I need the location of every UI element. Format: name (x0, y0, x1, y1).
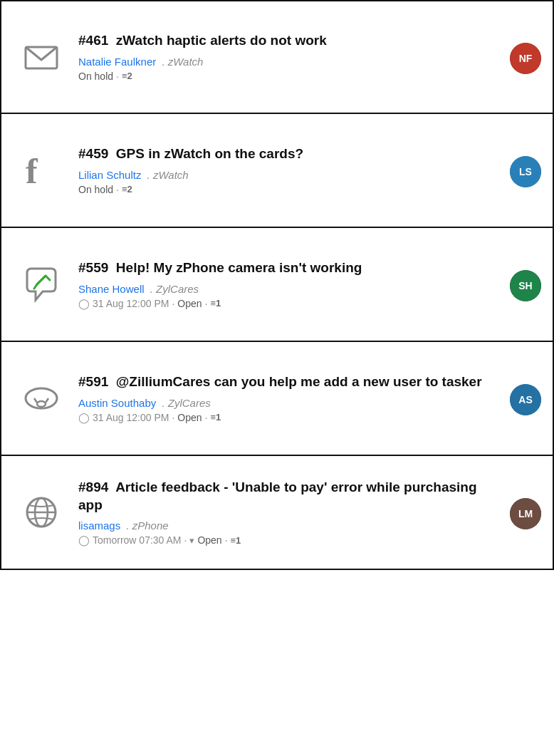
ticket-time: 31 Aug 12:00 PM (93, 412, 169, 423)
ticket-requester[interactable]: Austin Southaby (78, 397, 156, 409)
ticket-channel-icon-wrap (13, 37, 70, 77)
assignee-avatar: LM (510, 498, 541, 529)
ticket-status: Open (177, 298, 202, 309)
assignee-avatar: SH (510, 270, 541, 301)
ticket-body: #894 Article feedback - 'Unable to pay' … (70, 479, 504, 546)
ticket-number: #894 (78, 480, 108, 494)
svg-line-4 (34, 398, 37, 403)
dot-sep2: · (205, 298, 208, 309)
ticket-channel-icon-wrap (13, 492, 70, 532)
ticket-product: . zPhone (126, 519, 168, 532)
ticket-assignee-avatar-wrap: LM (504, 495, 541, 529)
ticket-meta-requester: Shane Howell . ZylCares (78, 283, 496, 295)
ticket-title: #459 GPS in zWatch on the cards? (78, 145, 496, 163)
ticket-title: #461 zWatch haptic alerts do not work (78, 32, 496, 50)
ticket-meta-status: ◯ 31 Aug 12:00 PM · Open · ≡1 (78, 412, 496, 423)
svg-line-5 (46, 398, 48, 403)
channel-icon-email (21, 37, 61, 77)
clock-icon: ◯ (78, 412, 90, 423)
ticket-requester[interactable]: Lilian Schultz (78, 169, 141, 181)
ticket-priority: ≡1 (210, 412, 221, 423)
ticket-product: . ZylCares (162, 397, 210, 409)
channel-icon-chat (21, 264, 61, 304)
clock-icon: ◯ (78, 298, 90, 309)
assignee-avatar: AS (510, 384, 541, 415)
dot-sep: · (116, 71, 119, 82)
ticket-channel-icon-wrap: f (13, 150, 70, 190)
ticket-meta-status: On hold · ≡2 (78, 184, 496, 195)
ticket-title: #559 Help! My zPhone camera isn't workin… (78, 259, 496, 277)
ticket-product: . ZylCares (150, 283, 199, 295)
ticket-status: Open (177, 412, 202, 423)
ticket-channel-icon-wrap (13, 264, 70, 304)
ticket-priority: ≡1 (231, 535, 241, 546)
dot-sep: · (172, 412, 174, 423)
ticket-number: #559 (78, 260, 108, 275)
svg-point-2 (26, 388, 57, 408)
ticket-number: #459 (78, 146, 108, 161)
dot-sep2: · (225, 534, 228, 546)
ticket-number: #461 (78, 33, 108, 48)
ticket-number: #591 (78, 374, 108, 389)
ticket-list: #461 zWatch haptic alerts do not work Na… (0, 0, 554, 570)
dot-sep2: · (205, 412, 208, 423)
dot-sep: · (116, 184, 119, 195)
assignee-avatar: LS (510, 156, 541, 187)
ticket-title: #894 Article feedback - 'Unable to pay' … (78, 479, 496, 514)
ticket-product: . zWatch (162, 56, 203, 68)
sla-icon: ▾ (189, 535, 194, 546)
channel-icon-phone (21, 378, 61, 418)
ticket-card-894[interactable]: #894 Article feedback - 'Unable to pay' … (0, 456, 554, 570)
ticket-meta-requester: Natalie Faulkner . zWatch (78, 56, 496, 68)
clock-icon: ◯ (78, 534, 90, 546)
ticket-product: . zWatch (147, 169, 189, 181)
ticket-title: #591 @ZilliumCares can you help me add a… (78, 373, 496, 391)
ticket-requester[interactable]: Natalie Faulkner (78, 56, 156, 68)
ticket-card-461[interactable]: #461 zWatch haptic alerts do not work Na… (0, 0, 554, 114)
ticket-assignee-avatar-wrap: SH (504, 267, 541, 301)
ticket-requester[interactable]: Shane Howell (78, 283, 145, 295)
ticket-assignee-avatar-wrap: AS (504, 381, 541, 415)
ticket-time: 31 Aug 12:00 PM (93, 298, 169, 309)
ticket-meta-requester: Austin Southaby . ZylCares (78, 397, 496, 409)
ticket-meta-status: ◯ 31 Aug 12:00 PM · Open · ≡1 (78, 298, 496, 309)
channel-icon-web (21, 492, 61, 532)
ticket-body: #591 @ZilliumCares can you help me add a… (70, 373, 504, 423)
ticket-body: #559 Help! My zPhone camera isn't workin… (70, 259, 504, 309)
svg-text:f: f (26, 151, 38, 190)
ticket-assignee-avatar-wrap: LS (504, 153, 541, 187)
ticket-status: On hold (78, 71, 113, 82)
dot-sep: · (172, 298, 174, 309)
ticket-priority: ≡1 (210, 298, 221, 309)
ticket-meta-requester: lisamags . zPhone (78, 519, 496, 532)
ticket-meta-status: ◯ Tomorrow 07:30 AM · ▾ Open · ≡1 (78, 534, 496, 546)
ticket-card-459[interactable]: f #459 GPS in zWatch on the cards? Lilia… (0, 114, 554, 228)
ticket-body: #459 GPS in zWatch on the cards? Lilian … (70, 145, 504, 195)
ticket-status: Open (197, 534, 221, 546)
dot-sep: · (184, 534, 187, 546)
ticket-time: Tomorrow 07:30 AM (93, 534, 182, 546)
ticket-card-559[interactable]: #559 Help! My zPhone camera isn't workin… (0, 228, 554, 342)
channel-icon-facebook: f (21, 150, 61, 190)
ticket-channel-icon-wrap (13, 378, 70, 418)
ticket-meta-requester: Lilian Schultz . zWatch (78, 169, 496, 181)
ticket-priority: ≡2 (122, 184, 132, 195)
ticket-status: On hold (78, 184, 113, 195)
ticket-assignee-avatar-wrap: NF (504, 40, 541, 74)
svg-point-3 (37, 401, 46, 407)
ticket-requester[interactable]: lisamags (78, 519, 120, 532)
assignee-avatar: NF (510, 43, 541, 74)
ticket-card-591[interactable]: #591 @ZilliumCares can you help me add a… (0, 342, 554, 456)
ticket-body: #461 zWatch haptic alerts do not work Na… (70, 32, 504, 82)
ticket-priority: ≡2 (122, 71, 132, 81)
ticket-meta-status: On hold · ≡2 (78, 71, 496, 82)
